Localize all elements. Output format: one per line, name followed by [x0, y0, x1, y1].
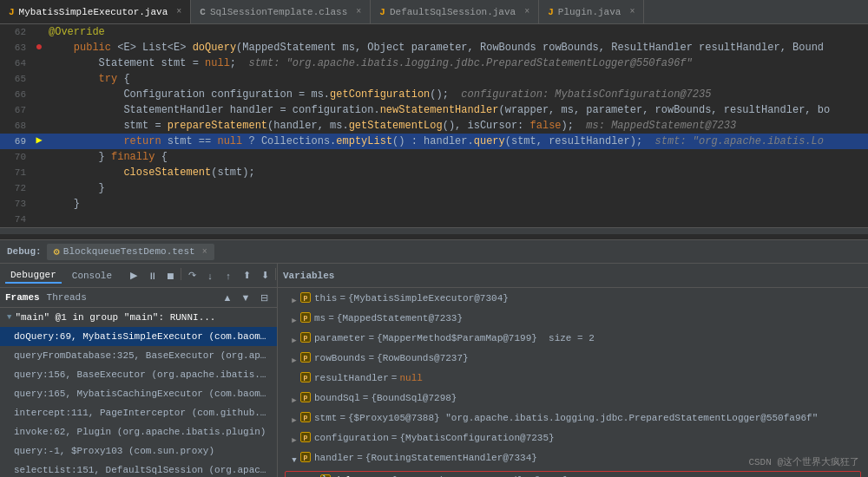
tab-plugin[interactable]: J Plugin.java × [539, 0, 644, 23]
var-arrow-this: ▶ [288, 291, 300, 309]
code-scrollbar-x[interactable] [0, 227, 868, 234]
debug-bar: Debug: ⚙ BlockqueueTestDemo.test × [0, 239, 868, 264]
tab-close-3[interactable]: × [629, 7, 635, 16]
debugger-toolbar-buttons: ▶ ⏸ ⏹ ↷ ↓ ↑ ⬆ ⬇ ⊞ ≡ [126, 268, 278, 284]
var-icon-parameter: p [300, 332, 311, 343]
step-into-btn[interactable]: ↓ [202, 268, 218, 284]
code-line-74: 74 [0, 212, 868, 227]
var-parameter[interactable]: ▶ p parameter = {MapperMethod$ParamMap@7… [278, 330, 868, 350]
var-icon-stmt: p [300, 412, 311, 422]
var-configuration[interactable]: ▶ p configuration = {MybatisConfiguratio… [278, 429, 868, 449]
var-icon-resulthandler: p [300, 372, 311, 382]
frames-toolbar: Debugger Console ▶ ⏸ ⏹ ↷ ↓ ↑ ⬆ ⬇ ⊞ ≡ [0, 264, 277, 288]
breakpoint-icon[interactable]: ● [36, 40, 43, 54]
frame-item-7[interactable]: selectList:151, DefaultSqlSession (org.a… [0, 461, 277, 477]
watermark: CSDN @这个世界大疯狂了 [748, 455, 859, 468]
java-file-icon-2: J [379, 7, 385, 17]
frames-down-btn[interactable]: ▼ [238, 290, 253, 305]
var-icon-boundsql: p [300, 392, 311, 402]
tab-label-3: Plugin.java [558, 7, 621, 17]
tab-default-sqlsession[interactable]: J DefaultSqlSession.java × [371, 0, 539, 23]
var-ms[interactable]: ▶ p ms = {MappedStatement@7233} [278, 310, 868, 330]
frame-item-0[interactable]: doQuery:69, MybatisSimpleExecutor (com.b… [0, 327, 277, 346]
var-boundsql[interactable]: ▶ p boundSql = {BoundSql@7298} [278, 389, 868, 409]
var-arrow-delegate: ▶ [308, 473, 320, 477]
code-line-66: 66 Configuration configuration = ms.getC… [0, 87, 868, 102]
step-over-btn[interactable]: ↷ [184, 268, 200, 284]
code-line-65: 65 try { [0, 71, 868, 87]
frames-threads-tabs: Frames Threads ▲ ▼ ⊟ [0, 288, 277, 308]
frame-item-3[interactable]: query:165, MybatisCachingExecutor (com.b… [0, 384, 277, 403]
code-line-67: 67 StatementHandler handler = configurat… [0, 102, 868, 118]
var-resulthandler[interactable]: ▶ p resultHandler = null [278, 369, 868, 389]
frames-panel: Debugger Console ▶ ⏸ ⏹ ↷ ↓ ↑ ⬆ ⬇ ⊞ ≡ [0, 264, 278, 477]
threads-tab[interactable]: Threads [47, 292, 87, 303]
var-this[interactable]: ▶ p this = {MybatisSimpleExecutor@7304} [278, 290, 868, 310]
debug-session-tab[interactable]: ⚙ BlockqueueTestDemo.test × [47, 244, 214, 260]
code-line-69: 69 ▶ return stmt == null ? Collections.e… [0, 134, 868, 149]
class-file-icon: C [200, 7, 206, 17]
tab-bar: J MybatisSimpleExecutor.java × C SqlSess… [0, 0, 868, 24]
code-line-72: 72 } [0, 180, 868, 196]
java-file-icon: J [9, 7, 15, 17]
tab-console[interactable]: Console [67, 269, 117, 283]
var-delegate-box: ▶ 🔧 delegate = {PreparedStatementHandler… [285, 471, 861, 477]
tab-close-1[interactable]: × [356, 7, 361, 16]
step-up-btn[interactable]: ⬆ [239, 268, 254, 284]
code-line-70: 70 } finally { [0, 149, 868, 165]
frame-item-6[interactable]: query:-1, $Proxy103 (com.sun.proxy) [0, 441, 277, 461]
vars-panel: Variables ▶ p this = {MybatisSimpleExecu… [278, 264, 868, 477]
var-icon-ms: p [300, 312, 311, 323]
current-line-icon: ▶ [36, 134, 42, 147]
frames-toolbar-right: ▲ ▼ ⊟ [220, 290, 272, 305]
var-arrow-boundsql: ▶ [288, 390, 300, 408]
tab-sqlsession-template[interactable]: C SqlSessionTemplate.class × [191, 0, 371, 23]
code-line-73: 73 } [0, 196, 868, 212]
vars-toolbar: Variables [278, 264, 868, 288]
frame-group-arrow: ▼ [7, 310, 11, 325]
var-arrow-stmt: ▶ [288, 410, 300, 428]
toolbar-sep-1 [181, 268, 181, 280]
resume-btn[interactable]: ▶ [126, 268, 141, 284]
frame-group-label: "main" @1 in group "main": RUNNI... [15, 310, 215, 325]
var-icon-handler: p [300, 452, 311, 462]
code-editor: 62 @Override 63 ● public <E> List<E> doQ… [0, 24, 868, 239]
frame-item-1[interactable]: queryFromDatabase:325, BaseExecutor (org… [0, 346, 277, 365]
var-icon-configuration: p [300, 432, 311, 442]
toolbar-sep-2 [275, 268, 276, 280]
frame-item-5[interactable]: invoke:62, Plugin (org.apache.ibatis.plu… [0, 422, 277, 441]
frame-group-main: ▼ "main" @1 in group "main": RUNNI... [0, 308, 277, 327]
var-arrow-configuration: ▶ [288, 430, 300, 448]
tab-close-2[interactable]: × [524, 7, 529, 16]
step-out-btn[interactable]: ↑ [220, 268, 236, 284]
debug-session-close[interactable]: × [202, 247, 207, 257]
bottom-panel: Debugger Console ▶ ⏸ ⏹ ↷ ↓ ↑ ⬆ ⬇ ⊞ ≡ [0, 264, 868, 477]
debug-label: Debug: [7, 246, 42, 257]
var-stmt[interactable]: ▶ p stmt = {$Proxy105@7388} "org.apache.… [278, 409, 868, 429]
code-line-64: 64 Statement stmt = null; stmt: "org.apa… [0, 56, 868, 71]
var-icon-rowbounds: p [300, 352, 311, 363]
tab-mybatis-executor[interactable]: J MybatisSimpleExecutor.java × [0, 0, 191, 23]
var-delegate[interactable]: ▶ 🔧 delegate = {PreparedStatementHandler… [286, 472, 860, 477]
tab-debugger[interactable]: Debugger [5, 268, 62, 284]
frames-list: ▼ "main" @1 in group "main": RUNNI... do… [0, 308, 277, 477]
debug-session-name: BlockqueueTestDemo.test [63, 246, 195, 257]
var-icon-this: p [300, 292, 311, 303]
frame-item-4[interactable]: intercept:111, PageInterceptor (com.gith… [0, 403, 277, 422]
frames-up-btn[interactable]: ▲ [220, 290, 235, 305]
java-file-icon-3: J [548, 7, 554, 17]
frame-item-2[interactable]: query:156, BaseExecutor (org.apache.ibat… [0, 365, 277, 384]
step-down-btn[interactable]: ⬇ [257, 268, 273, 284]
tab-label-2: DefaultSqlSession.java [390, 7, 516, 17]
var-arrow-parameter: ▶ [288, 330, 300, 349]
var-arrow-rowbounds: ▶ [288, 350, 300, 369]
var-arrow-handler: ▼ [288, 450, 300, 468]
vars-list: ▶ p this = {MybatisSimpleExecutor@7304} … [278, 288, 868, 477]
frames-filter-btn[interactable]: ⊟ [256, 290, 272, 305]
pause-btn[interactable]: ⏸ [144, 268, 160, 284]
tab-close-0[interactable]: × [176, 7, 181, 16]
frames-tab[interactable]: Frames [5, 292, 40, 303]
var-rowbounds[interactable]: ▶ p rowBounds = {RowBounds@7237} [278, 350, 868, 369]
stop-btn[interactable]: ⏹ [162, 268, 178, 284]
tab-label-0: MybatisSimpleExecutor.java [19, 7, 168, 17]
